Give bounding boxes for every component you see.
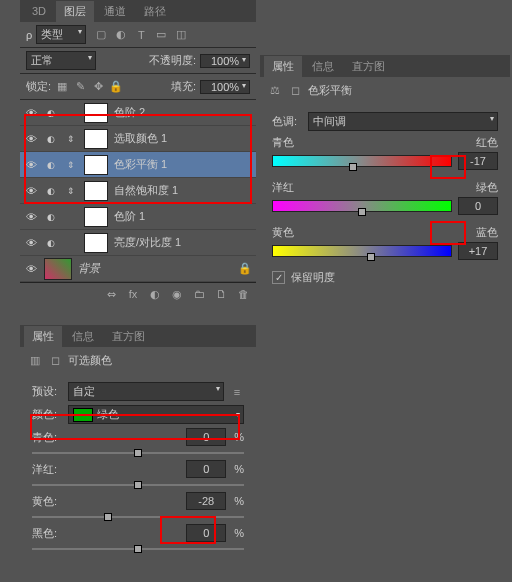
slider-track[interactable]	[32, 548, 244, 550]
opacity-input[interactable]: 100%	[200, 54, 250, 68]
folder-icon[interactable]: 🗀	[192, 287, 206, 301]
fill-input[interactable]: 100%	[200, 80, 250, 94]
visibility-toggle[interactable]: 👁	[24, 159, 38, 171]
mask-thumbnail[interactable]	[84, 207, 108, 227]
adjustment-badge-icon: ◐	[44, 212, 58, 222]
visibility-toggle[interactable]: 👁	[24, 237, 38, 249]
slider-value-input[interactable]: +17	[458, 242, 498, 260]
link-badge-icon: ⇕	[64, 186, 78, 196]
layer-row[interactable]: 👁 ◐ ⇕ 选取颜色 1	[20, 126, 256, 152]
tab-info[interactable]: 信息	[304, 56, 342, 77]
slider-right-label: 红色	[476, 135, 498, 150]
mask-thumbnail[interactable]	[84, 233, 108, 253]
preset-menu-icon[interactable]: ≡	[230, 385, 244, 399]
slider-track[interactable]	[32, 516, 244, 518]
layer-row[interactable]: 👁 ◐ 亮度/对比度 1	[20, 230, 256, 256]
layer-name[interactable]: 自然饱和度 1	[114, 183, 252, 198]
tab-channels[interactable]: 通道	[96, 1, 134, 22]
filter-smart-icon[interactable]: ◫	[174, 28, 188, 42]
tab-histogram[interactable]: 直方图	[344, 56, 393, 77]
filter-shape-icon[interactable]: ▭	[154, 28, 168, 42]
slider-handle[interactable]	[349, 163, 357, 171]
tab-paths[interactable]: 路径	[136, 1, 174, 22]
tab-properties[interactable]: 属性	[24, 326, 62, 347]
link-icon[interactable]: ⇔	[104, 287, 118, 301]
slider-label: 黄色:	[32, 494, 72, 509]
mask-view-icon[interactable]: ◻	[48, 354, 62, 368]
adjustment-badge-icon: ◐	[44, 186, 58, 196]
percent-label: %	[234, 431, 244, 443]
mask-view-icon[interactable]: ◻	[288, 84, 302, 98]
tone-label: 色调:	[272, 114, 302, 129]
lock-move-icon[interactable]: ✥	[91, 80, 105, 94]
slider-left-label: 青色	[272, 135, 294, 150]
new-layer-icon[interactable]: 🗋	[214, 287, 228, 301]
filter-text-icon[interactable]: T	[134, 28, 148, 42]
visibility-toggle[interactable]: 👁	[24, 211, 38, 223]
tab-3d[interactable]: 3D	[24, 2, 54, 20]
filter-adjust-icon[interactable]: ◐	[114, 28, 128, 42]
slider-handle[interactable]	[367, 253, 375, 261]
adjustment-badge-icon: ◐	[44, 160, 58, 170]
layer-name[interactable]: 色阶 2	[114, 105, 252, 120]
props-bottom-header: ▥ ◻ 可选颜色	[20, 347, 256, 374]
slider-handle[interactable]	[134, 545, 142, 553]
lock-all-icon[interactable]: 🔒	[109, 80, 123, 94]
color-slider[interactable]	[272, 155, 452, 167]
lock-transparency-icon[interactable]: ▦	[55, 80, 69, 94]
color-slider[interactable]	[272, 200, 452, 212]
preset-select[interactable]: 自定	[68, 382, 224, 401]
layer-name[interactable]: 选取颜色 1	[114, 131, 252, 146]
layer-row[interactable]: 👁 ◐ 色阶 1	[20, 204, 256, 230]
lock-paint-icon[interactable]: ✎	[73, 80, 87, 94]
selective-icon: ▥	[28, 354, 42, 368]
percent-label: %	[234, 463, 244, 475]
visibility-toggle[interactable]: 👁	[24, 263, 38, 275]
trash-icon[interactable]: 🗑	[236, 287, 250, 301]
mask-thumbnail[interactable]	[84, 129, 108, 149]
mask-thumbnail[interactable]	[84, 155, 108, 175]
adjustment-icon[interactable]: ◉	[170, 287, 184, 301]
filter-kind-select[interactable]: 类型	[36, 25, 86, 44]
mask-icon[interactable]: ◐	[148, 287, 162, 301]
color-slider[interactable]	[272, 245, 452, 257]
slider-handle[interactable]	[134, 481, 142, 489]
layer-row[interactable]: 👁 ◐ 色阶 2	[20, 100, 256, 126]
slider-track[interactable]	[32, 452, 244, 454]
layer-name[interactable]: 亮度/对比度 1	[114, 235, 252, 250]
filter-row: ρ 类型 ▢ ◐ T ▭ ◫	[20, 22, 256, 48]
preserve-luminosity-checkbox[interactable]: ✓	[272, 271, 285, 284]
preset-label: 预设:	[32, 384, 62, 399]
slider-handle[interactable]	[358, 208, 366, 216]
slider-value-input[interactable]: 0	[186, 524, 226, 542]
visibility-toggle[interactable]: 👁	[24, 133, 38, 145]
tab-layers[interactable]: 图层	[56, 1, 94, 22]
slider-value-input[interactable]: -17	[458, 152, 498, 170]
slider-value-input[interactable]: 0	[186, 460, 226, 478]
slider-handle[interactable]	[134, 449, 142, 457]
tab-info[interactable]: 信息	[64, 326, 102, 347]
tab-histogram[interactable]: 直方图	[104, 326, 153, 347]
fx-icon[interactable]: fx	[126, 287, 140, 301]
layer-name[interactable]: 色彩平衡 1	[114, 157, 252, 172]
tone-select[interactable]: 中间调	[308, 112, 498, 131]
layer-name[interactable]: 色阶 1	[114, 209, 252, 224]
slider-value-input[interactable]: 0	[458, 197, 498, 215]
lock-row: 锁定: ▦ ✎ ✥ 🔒 填充: 100%	[20, 74, 256, 100]
props-right-tabs: 属性 信息 直方图	[260, 55, 510, 77]
slider-value-input[interactable]: 0	[186, 428, 226, 446]
filter-image-icon[interactable]: ▢	[94, 28, 108, 42]
layer-row[interactable]: 👁 ◐ ⇕ 自然饱和度 1	[20, 178, 256, 204]
visibility-toggle[interactable]: 👁	[24, 185, 38, 197]
mask-thumbnail[interactable]	[84, 103, 108, 123]
background-layer-row[interactable]: 👁 背景 🔒	[20, 256, 256, 282]
blend-mode-select[interactable]: 正常	[26, 51, 96, 70]
visibility-toggle[interactable]: 👁	[24, 107, 38, 119]
layer-row[interactable]: 👁 ◐ ⇕ 色彩平衡 1	[20, 152, 256, 178]
mask-thumbnail[interactable]	[84, 181, 108, 201]
slider-track[interactable]	[32, 484, 244, 486]
slider-value-input[interactable]: -28	[186, 492, 226, 510]
slider-handle[interactable]	[104, 513, 112, 521]
tab-properties[interactable]: 属性	[264, 56, 302, 77]
color-select[interactable]: 绿色	[68, 405, 244, 424]
